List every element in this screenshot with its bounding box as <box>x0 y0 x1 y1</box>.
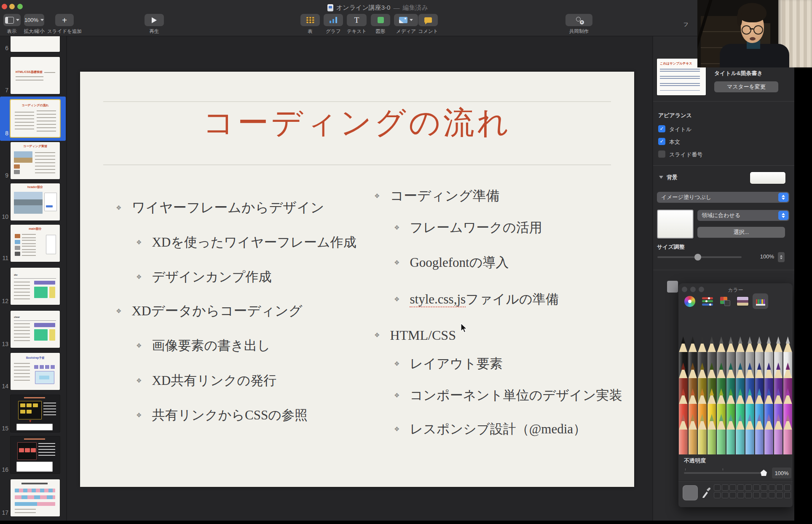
opacity-slider[interactable] <box>684 472 764 474</box>
thumb-title: HTML/CSS基礎独習 <box>16 70 43 73</box>
slide-thumb-row: 13clear <box>0 311 66 348</box>
swatch-slot[interactable] <box>722 484 729 491</box>
swatch-slot[interactable] <box>729 492 736 498</box>
slide-thumbnail[interactable]: clear <box>11 311 60 348</box>
choose-image-button[interactable]: 選択... <box>697 227 785 238</box>
change-master-button[interactable]: マスターを変更 <box>714 81 778 92</box>
pencil-color[interactable] <box>745 414 755 454</box>
swatch-slot[interactable] <box>761 484 767 491</box>
slide-thumb-row: 14Bootstrap予習 <box>0 353 66 390</box>
background-color-well[interactable] <box>750 172 785 184</box>
misspelled-text: style.css,js <box>410 292 466 307</box>
bullet-item: ❖コンポーネント単位のデザイン実装 <box>394 386 622 405</box>
pencil-color[interactable] <box>755 414 764 454</box>
pencil-color[interactable] <box>764 414 774 454</box>
size-slider[interactable] <box>657 256 742 258</box>
bullet-item: ❖デザインカンプ作成 <box>136 268 272 286</box>
slide-thumbnail[interactable]: main部分 <box>11 225 60 262</box>
slide-thumbnail[interactable]: HTML/CSS基礎独習 <box>11 57 60 94</box>
swatch-slot[interactable] <box>769 484 775 491</box>
pencil-color[interactable] <box>697 414 707 454</box>
view-button[interactable] <box>3 14 21 26</box>
swatch-slot[interactable] <box>737 492 744 498</box>
size-stepper[interactable] <box>778 252 785 262</box>
zoom-button[interactable]: 100% <box>24 14 44 26</box>
slide-thumbnail[interactable] <box>11 479 60 516</box>
swatch-slot[interactable] <box>753 484 760 491</box>
slide-thumbnail[interactable]: コーディング実習 <box>11 142 60 179</box>
size-slider-knob[interactable] <box>694 254 701 261</box>
slide-title[interactable]: コーディングの流れ <box>80 102 634 144</box>
image-palette-tab[interactable] <box>735 293 750 309</box>
play-button[interactable] <box>145 14 164 26</box>
slide-thumbnail[interactable]: header部分 <box>11 183 60 220</box>
swatch-slot[interactable] <box>714 492 721 498</box>
swatch-slot[interactable] <box>761 492 767 498</box>
swatch-slot[interactable] <box>776 484 783 491</box>
media-button[interactable] <box>394 14 418 26</box>
slide-thumbnail[interactable]: Bootstrap予習 <box>11 353 60 390</box>
slide-thumbnail[interactable]: コーディングの流れ <box>11 100 60 137</box>
shape-button[interactable] <box>371 14 390 26</box>
table-button[interactable] <box>300 14 320 26</box>
current-color-well[interactable] <box>683 485 698 500</box>
bullet-text: XDを使ったワイヤーフレーム作成 <box>152 234 356 251</box>
scale-mode-dropdown[interactable]: 領域に合わせる <box>697 210 789 221</box>
pencil-color[interactable] <box>774 414 783 454</box>
checkbox-checked[interactable]: ✓ <box>658 138 665 145</box>
bullet-item: ❖XD共有リンクの発行 <box>136 371 276 390</box>
comment-button[interactable] <box>418 14 438 26</box>
pencil-color-picker[interactable] <box>678 314 793 454</box>
swatch-slot[interactable] <box>714 484 721 491</box>
checkbox-checked[interactable]: ✓ <box>658 125 665 132</box>
color-sliders-tab[interactable] <box>699 293 715 309</box>
pencil-color[interactable] <box>783 414 793 454</box>
eyedropper-icon[interactable] <box>701 486 710 498</box>
bullet-text: XDデータからコーディング <box>131 302 302 320</box>
close-window-button[interactable] <box>2 4 7 9</box>
add-slide-button[interactable]: + <box>55 14 74 26</box>
divider <box>653 101 794 102</box>
swatch-slot[interactable] <box>737 484 744 491</box>
minimize-window-button[interactable] <box>9 4 15 9</box>
swatch-slot[interactable] <box>776 492 783 498</box>
fill-type-dropdown[interactable]: イメージ塗りつぶし <box>657 192 789 203</box>
slide-thumbnail[interactable]: ▼ <box>11 395 60 432</box>
color-wheel-tab[interactable] <box>682 293 697 309</box>
chart-button[interactable] <box>324 14 343 26</box>
swatch-slot[interactable] <box>729 484 736 491</box>
swatch-slot[interactable] <box>745 492 752 498</box>
opacity-slider-knob[interactable] <box>761 470 767 476</box>
swatch-slot[interactable] <box>722 492 729 498</box>
zoom-window-button[interactable] <box>17 4 23 9</box>
swatch-slot[interactable] <box>784 492 791 498</box>
disclosure-triangle-icon[interactable] <box>659 176 663 179</box>
text-button[interactable]: T <box>347 14 367 26</box>
pencil-color[interactable] <box>678 414 688 454</box>
swatch-slot[interactable] <box>745 484 752 491</box>
presenter-mouth <box>750 37 756 40</box>
bullet-item: ❖レイアウト要素 <box>394 355 503 373</box>
text-icon: T <box>354 16 359 24</box>
checkbox-unchecked[interactable] <box>658 150 665 158</box>
slide-thumbnail[interactable]: div <box>11 268 60 305</box>
pencil-color[interactable] <box>716 414 726 454</box>
table-icon <box>306 17 314 23</box>
collaborate-button[interactable] <box>565 14 592 26</box>
pencil-color[interactable] <box>726 414 736 454</box>
slide-canvas[interactable]: コーディングの流れ ❖ワイヤーフレームからデザイン❖XDを使ったワイヤーフレーム… <box>80 72 634 487</box>
plus-icon: + <box>62 16 67 24</box>
pencils-tab[interactable] <box>753 293 768 309</box>
slide-thumbnail[interactable] <box>11 436 60 473</box>
toolbar: オンライン講座3-0 — 編集済み 表示 100% 拡大/縮小 + スライドを追… <box>0 0 793 36</box>
swatch-slot[interactable] <box>769 492 775 498</box>
pencil-color[interactable] <box>707 414 717 454</box>
swatch-slot[interactable] <box>753 492 760 498</box>
image-fill-preview-well[interactable] <box>657 210 694 239</box>
color-palette-tab[interactable] <box>717 293 733 309</box>
thumb-title: div <box>14 274 18 276</box>
thumb-title: main部分 <box>11 227 60 230</box>
pencil-color[interactable] <box>735 414 745 454</box>
pencil-color[interactable] <box>688 414 698 454</box>
swatch-slot[interactable] <box>784 484 791 491</box>
